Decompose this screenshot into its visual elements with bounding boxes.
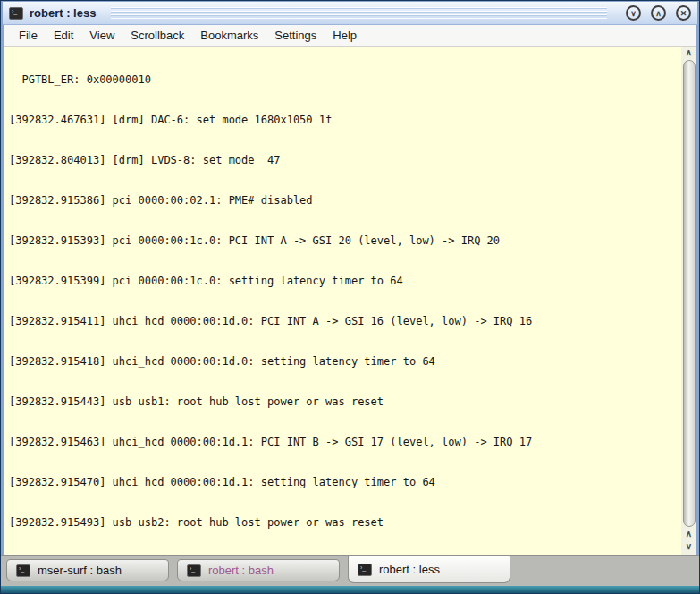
terminal-line: [392832.915418] uhci_hcd 0000:00:1d.0: s… [9,355,679,369]
terminal-line: [392832.915399] pci 0000:00:1c.0: settin… [9,275,679,288]
scrollbar-bottom-buttons: ∧ ∨ [681,528,696,553]
tab-label: mser-surf : bash [38,564,122,577]
window-bottom-border [1,586,699,593]
terminal-window-icon: ›_ [9,7,23,20]
terminal-line: [392832.915443] usb usb1: root hub lost … [9,395,679,409]
maximize-button[interactable]: ∧ [651,5,666,21]
scroll-up-arrow-icon[interactable]: ∧ [681,47,696,59]
tab-mser-surf-bash[interactable]: ›_ mser-surf : bash [6,559,169,581]
tab-label: robert : less [379,563,440,576]
terminal-line: [392832.915393] pci 0000:00:1c.0: PCI IN… [9,234,679,248]
window-title: robert : less [30,6,96,20]
scrollbar-thumb[interactable] [683,60,696,527]
menu-edit[interactable]: Edit [46,26,81,45]
menu-help[interactable]: Help [325,26,365,45]
terminal-line: [392832.915463] uhci_hcd 0000:00:1d.1: P… [9,436,679,449]
terminal-line: [392832.915493] usb usb2: root hub lost … [9,516,679,530]
menu-view[interactable]: View [81,26,122,45]
terminal-output: PGTBL_ER: 0x00000010 [392832.467631] [dr… [9,47,679,555]
terminal-line: [392832.804013] [drm] LVDS-8: set mode 4… [9,154,679,167]
terminal-line: [392832.467631] [drm] DAC-6: set mode 16… [9,114,679,127]
menu-settings[interactable]: Settings [266,26,325,45]
terminal-tab-icon: ›_ [358,564,372,576]
window-titlebar[interactable]: ›_ robert : less ∨ ∧ ✕ [3,2,697,25]
close-button[interactable]: ✕ [676,5,691,21]
terminal-line: PGTBL_ER: 0x00000010 [9,73,679,87]
tab-robert-less[interactable]: ›_ robert : less [348,556,510,583]
menu-bar: File Edit View Scrollback Bookmarks Sett… [4,25,696,47]
konsole-window: ›_ robert : less ∨ ∧ ✕ File Edit View Sc… [0,0,700,594]
menu-file[interactable]: File [11,26,46,45]
titlebar-ridges [111,7,607,19]
tab-robert-bash[interactable]: ›_ robert : bash [177,559,340,581]
terminal-tab-icon: ›_ [187,564,201,577]
minimize-button[interactable]: ∨ [626,5,641,21]
terminal-tab-icon: ›_ [16,564,30,577]
scroll-down-arrow-icon[interactable]: ∨ [681,540,696,553]
terminal-line: [392832.915470] uhci_hcd 0000:00:1d.1: s… [9,476,679,489]
terminal-line: [392832.915386] pci 0000:00:02.1: PME# d… [9,194,679,208]
terminal-line: [392832.915411] uhci_hcd 0000:00:1d.0: P… [9,315,679,328]
scrollbar[interactable]: ∧ ∧ ∨ [681,47,696,555]
tab-label: robert : bash [208,564,274,577]
terminal-view[interactable]: PGTBL_ER: 0x00000010 [392832.467631] [dr… [4,47,696,555]
menu-bookmarks[interactable]: Bookmarks [192,26,266,45]
menu-scrollback[interactable]: Scrollback [122,26,192,45]
session-tab-bar: ›_ mser-surf : bash ›_ robert : bash ›_ … [1,555,699,586]
scroll-up-arrow-icon[interactable]: ∧ [681,528,696,540]
